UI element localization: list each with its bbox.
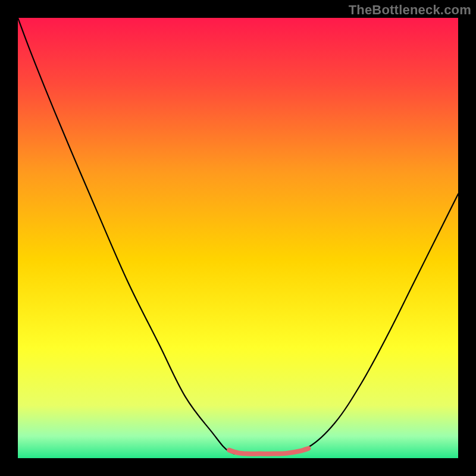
- chart-svg: [18, 18, 458, 458]
- gradient-background: [18, 18, 458, 458]
- chart-frame: TheBottleneck.com: [0, 0, 476, 476]
- watermark-text: TheBottleneck.com: [349, 2, 471, 18]
- plot-area: [18, 18, 458, 458]
